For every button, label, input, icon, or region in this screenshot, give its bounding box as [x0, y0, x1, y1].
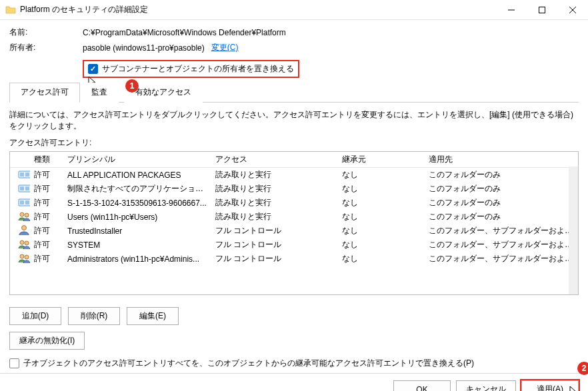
permissions-table[interactable]: 種類 プリンシパル アクセス 継承元 適用先 許可ALL APPLICATION…: [9, 151, 579, 295]
cell-principal: ALL APPLICATION PACKAGES: [63, 169, 211, 181]
table-row[interactable]: 許可Users (win11h-pc¥Users)読み取りと実行なしこのフォルダ…: [10, 210, 578, 224]
principal-icon: [18, 224, 30, 235]
table-row[interactable]: 許可Administrators (win11h-pc¥Adminis...フル…: [10, 252, 578, 266]
cell-access: 読み取りと実行: [211, 210, 338, 224]
principal-icon: [18, 196, 30, 207]
cell-applies: このフォルダーのみ: [425, 182, 578, 196]
cell-inherited: なし: [338, 224, 425, 238]
principal-icon: [18, 169, 30, 179]
cell-inherited: なし: [338, 182, 425, 196]
add-button[interactable]: 追加(D): [9, 307, 61, 325]
entry-action-buttons: 追加(D) 削除(R) 編集(E): [9, 307, 579, 325]
cell-type: 許可: [30, 224, 63, 238]
svg-rect-0: [539, 7, 545, 13]
cell-applies: このフォルダー、サブフォルダーおよびファイル: [425, 238, 578, 252]
maximize-button[interactable]: [527, 0, 557, 20]
cell-inherited: なし: [338, 168, 425, 182]
cell-access: 読み取りと実行: [211, 196, 338, 210]
cell-type: 許可: [30, 168, 63, 182]
table-row[interactable]: 許可TrustedInstallerフル コントロールなしこのフォルダー、サブフ…: [10, 224, 578, 238]
cell-type: 許可: [30, 238, 63, 252]
cancel-button[interactable]: キャンセル: [456, 380, 516, 391]
cell-principal: Users (win11h-pc¥Users): [63, 211, 211, 223]
cell-inherited: なし: [338, 238, 425, 252]
cell-principal: Administrators (win11h-pc¥Adminis...: [63, 253, 211, 265]
replace-child-permissions-checkbox[interactable]: [9, 358, 19, 368]
window-title: Platform のセキュリティの詳細設定: [20, 4, 496, 15]
cell-access: フル コントロール: [211, 224, 338, 238]
cell-access: 読み取りと実行: [211, 182, 338, 196]
ok-button[interactable]: OK: [393, 380, 451, 391]
cell-access: フル コントロール: [211, 252, 338, 266]
folder-icon: [5, 5, 16, 15]
cell-principal: 制限されたすべてのアプリケーション パッケ...: [63, 182, 211, 196]
table-row[interactable]: 許可制限されたすべてのアプリケーション パッケ...読み取りと実行なしこのフォル…: [10, 182, 578, 196]
name-label: 名前:: [9, 27, 83, 38]
col-access[interactable]: アクセス: [211, 151, 338, 168]
owner-label: 所有者:: [9, 42, 83, 53]
table-row[interactable]: 許可S-1-15-3-1024-3153509613-9606667...読み取…: [10, 196, 578, 210]
hint-text: 詳細については、アクセス許可エントリをダブルクリックしてください。アクセス許可エ…: [9, 109, 579, 132]
content-area: 名前: C:¥ProgramData¥Microsoft¥Windows Def…: [0, 20, 588, 373]
change-owner-link[interactable]: 変更(C): [211, 42, 239, 53]
tab-permissions[interactable]: アクセス許可: [9, 83, 80, 103]
cell-inherited: なし: [338, 196, 425, 210]
tab-auditing[interactable]: 監査: [80, 83, 119, 103]
apply-button[interactable]: 適用(A): [521, 380, 579, 391]
close-button[interactable]: [557, 0, 588, 20]
principal-icon: [18, 238, 30, 249]
edit-button[interactable]: 編集(E): [127, 307, 179, 325]
callout-step-2: 2: [577, 362, 588, 375]
col-applies[interactable]: 適用先: [425, 151, 578, 168]
owner-value: pasoble (windows11-pro¥pasoble): [83, 43, 205, 53]
remove-button[interactable]: 削除(R): [68, 307, 120, 325]
cell-principal: SYSTEM: [63, 239, 211, 251]
table-row[interactable]: 許可SYSTEMフル コントロールなしこのフォルダー、サブフォルダーおよびファイ…: [10, 238, 578, 252]
cell-inherited: なし: [338, 210, 425, 224]
table-header: 種類 プリンシパル アクセス 継承元 適用先: [10, 152, 578, 168]
name-value: C:¥ProgramData¥Microsoft¥Windows Defende…: [83, 28, 286, 37]
cell-access: 読み取りと実行: [211, 168, 338, 182]
cell-type: 許可: [30, 252, 63, 266]
entries-label: アクセス許可エントリ:: [9, 137, 579, 149]
cell-inherited: なし: [338, 252, 425, 266]
principal-icon: [18, 183, 30, 193]
cell-type: 許可: [30, 210, 63, 224]
cell-applies: このフォルダーのみ: [425, 196, 578, 210]
cell-applies: このフォルダー、サブフォルダーおよびファイル: [425, 252, 578, 266]
cell-principal: S-1-15-3-1024-3153509613-9606667...: [63, 197, 211, 209]
replace-owner-checkbox[interactable]: [88, 64, 98, 74]
title-bar: Platform のセキュリティの詳細設定: [0, 0, 588, 20]
principal-icon: [18, 210, 30, 221]
dialog-buttons: OK キャンセル 適用(A) 2: [0, 373, 588, 391]
table-row[interactable]: 許可ALL APPLICATION PACKAGES読み取りと実行なしこのフォル…: [10, 168, 578, 182]
col-principal[interactable]: プリンシパル: [63, 151, 211, 168]
tabstrip: アクセス許可 監査 1 有効なアクセス: [9, 82, 579, 103]
callout-step-1: 1: [125, 79, 139, 93]
cell-principal: TrustedInstaller: [63, 225, 211, 237]
cell-access: フル コントロール: [211, 238, 338, 252]
replace-owner-checkbox-box: サブコンテナーとオブジェクトの所有者を置き換える: [83, 60, 299, 78]
cell-applies: このフォルダー、サブフォルダーおよびファイル: [425, 224, 578, 238]
vertical-scrollbar[interactable]: [569, 167, 578, 294]
name-row: 名前: C:¥ProgramData¥Microsoft¥Windows Def…: [9, 27, 579, 38]
minimize-button[interactable]: [496, 0, 527, 20]
owner-row: 所有者: pasoble (windows11-pro¥pasoble) 変更(…: [9, 42, 579, 53]
disable-inheritance-button[interactable]: 継承の無効化(I): [9, 332, 85, 350]
cell-type: 許可: [30, 182, 63, 196]
replace-owner-label: サブコンテナーとオブジェクトの所有者を置き換える: [102, 63, 294, 75]
replace-child-permissions-label: 子オブジェクトのアクセス許可エントリすべてを、このオブジェクトからの継承可能なア…: [23, 358, 474, 369]
replace-child-permissions-row: 子オブジェクトのアクセス許可エントリすべてを、このオブジェクトからの継承可能なア…: [9, 358, 579, 369]
col-type[interactable]: 種類: [30, 151, 63, 168]
col-inherited[interactable]: 継承元: [338, 151, 425, 168]
principal-icon: [18, 252, 30, 263]
cell-type: 許可: [30, 196, 63, 210]
cell-applies: このフォルダーのみ: [425, 168, 578, 182]
cell-applies: このフォルダーのみ: [425, 210, 578, 224]
